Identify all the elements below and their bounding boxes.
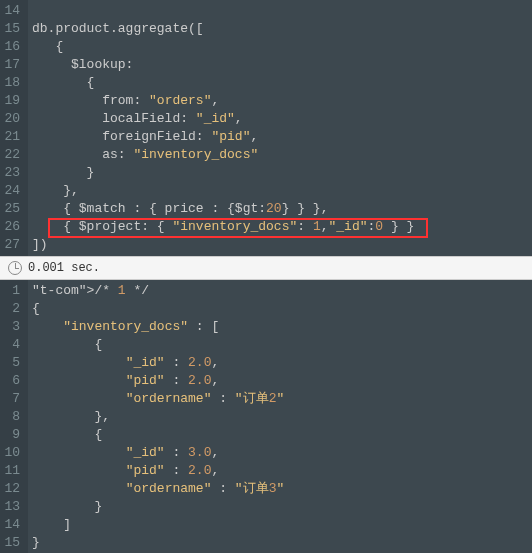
line-number: 7 [4, 390, 20, 408]
line-number: 11 [4, 462, 20, 480]
line-number: 17 [4, 56, 20, 74]
execution-time: 0.001 sec. [28, 261, 100, 275]
line-number: 26 [4, 218, 20, 236]
line-number: 9 [4, 426, 20, 444]
status-bar: 0.001 sec. [0, 256, 532, 280]
result-editor[interactable]: 1 2 3 4 5 6 7 8 9 10 11 12 13 14 15 "t-c… [0, 280, 532, 553]
line-number: 22 [4, 146, 20, 164]
bottom-code-area[interactable]: "t-com">/* 1 */{ "inventory_docs" : [ { … [28, 280, 532, 553]
clock-icon [8, 261, 22, 275]
line-number: 13 [4, 498, 20, 516]
line-number: 10 [4, 444, 20, 462]
line-number: 15 [4, 20, 20, 38]
highlight-rectangle [48, 218, 428, 238]
line-number: 23 [4, 164, 20, 182]
line-number: 5 [4, 354, 20, 372]
line-number: 24 [4, 182, 20, 200]
line-number: 8 [4, 408, 20, 426]
line-number: 4 [4, 336, 20, 354]
line-number: 18 [4, 74, 20, 92]
line-number: 25 [4, 200, 20, 218]
line-number: 2 [4, 300, 20, 318]
line-number: 1 [4, 282, 20, 300]
bottom-gutter: 1 2 3 4 5 6 7 8 9 10 11 12 13 14 15 [0, 280, 28, 553]
line-number: 16 [4, 38, 20, 56]
line-number: 14 [4, 2, 20, 20]
line-number: 19 [4, 92, 20, 110]
line-number: 20 [4, 110, 20, 128]
line-number: 14 [4, 516, 20, 534]
line-number: 6 [4, 372, 20, 390]
line-number: 12 [4, 480, 20, 498]
top-gutter: 14 15 16 17 18 19 20 21 22 23 24 25 26 2… [0, 0, 28, 256]
line-number: 3 [4, 318, 20, 336]
line-number: 15 [4, 534, 20, 552]
line-number: 21 [4, 128, 20, 146]
line-number: 27 [4, 236, 20, 254]
